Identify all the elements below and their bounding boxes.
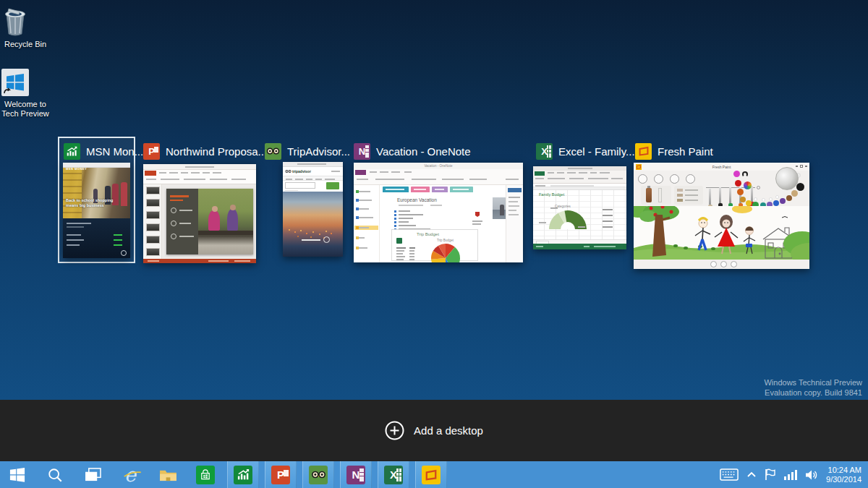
welcome-shortcut-icon (0, 67, 51, 98)
taskview-thumbnail-tripadvisor[interactable]: tripadvisor (283, 162, 343, 257)
watermark-line1: Windows Technical Preview (764, 377, 862, 388)
xl-grid: Family Budget Categories (533, 190, 626, 239)
internet-explorer-button[interactable]: e (114, 461, 146, 488)
taskbar-powerpoint-button[interactable]: P (265, 461, 297, 488)
taskbar-onenote-button[interactable]: N (340, 461, 372, 488)
taskview-thumbnail-excel[interactable]: Family Budget Categories (533, 166, 626, 249)
fp-canvas (634, 206, 809, 260)
tile-title-text: Fresh Paint (658, 145, 713, 158)
fp-paint-dab (733, 171, 740, 177)
watermark-line2: Evaluation copy. Build 9841 (764, 388, 862, 398)
on-pie-chart (430, 242, 461, 262)
add-desktop-label: Add a desktop (414, 424, 483, 437)
action-center-flag-icon[interactable] (765, 468, 776, 481)
network-signal-icon[interactable] (784, 469, 797, 480)
search-button[interactable] (39, 461, 71, 488)
tile-title-text: TripAdvisor... (287, 145, 350, 158)
ppt-status-bar (143, 259, 256, 263)
fp-tool-button (686, 174, 695, 184)
taskview-tile-title-msn-money[interactable]: MSN Mon... (64, 142, 143, 160)
desktop-icon-label: Welcome to Tech Preview (1, 100, 48, 118)
tile-title-text: MSN Mon... (86, 145, 143, 158)
fresh-paint-app-icon (635, 143, 652, 160)
taskbar-tripadvisor-button[interactable] (302, 461, 334, 488)
task-view-button[interactable] (77, 461, 109, 488)
ta-photo (283, 192, 343, 257)
excel-app-icon: X (536, 143, 553, 160)
tile-title-text: Northwind Proposa... (166, 145, 267, 158)
onenote-app-icon: N (354, 143, 370, 160)
ta-brand-text: tripadvisor (292, 169, 311, 174)
on-page-tabs (383, 187, 473, 192)
taskview-thumbnail-msn-money[interactable]: MSN MONEY Back to school shopping means … (63, 163, 130, 258)
msn-brand-text: MSN MONEY (66, 167, 87, 171)
on-right-panel (506, 185, 523, 262)
fp-paint-list-panel (674, 186, 703, 205)
show-hidden-icons-chevron[interactable] (746, 471, 757, 478)
fp-paint-squiggle (742, 171, 748, 177)
taskview-thumbnail-powerpoint[interactable] (143, 164, 256, 263)
on-budget-title: Trip Budget (417, 232, 439, 236)
plus-circle-icon (385, 421, 404, 440)
fp-tool-button (654, 174, 663, 184)
ppt-slide-area (162, 184, 256, 259)
fp-paint-bucket (775, 167, 799, 190)
tripadvisor-app-icon (265, 143, 281, 160)
add-desktop-button[interactable]: Add a desktop (385, 421, 483, 440)
onenote-icon: N (346, 466, 365, 484)
msn-headline-text: Back to school shopping means big busine… (66, 198, 124, 207)
xl-sheet-heading: Family Budget (539, 192, 564, 197)
fp-back-button (638, 174, 647, 184)
msn-money-icon (234, 466, 252, 484)
fresh-paint-icon (422, 466, 441, 484)
taskview-tile-title-powerpoint[interactable]: P Northwind Proposa... (143, 142, 267, 160)
on-ribbon (354, 169, 523, 185)
taskview-tile-title-onenote[interactable]: N Vacation - OneNote (354, 142, 471, 160)
volume-icon[interactable] (805, 469, 818, 481)
fp-tool-button (670, 174, 679, 184)
file-explorer-icon (159, 468, 177, 482)
taskview-tile-title-fresh-paint[interactable]: Fresh Paint (635, 142, 713, 160)
store-button[interactable] (190, 461, 221, 488)
fp-bottom-bar (634, 260, 809, 269)
taskview-tile-title-tripadvisor[interactable]: TripAdvisor... (265, 142, 350, 160)
tile-title-text: Vacation - OneNote (376, 145, 471, 158)
ta-nav-row (283, 176, 343, 181)
taskbar: e (0, 461, 868, 488)
task-view-icon (85, 468, 101, 482)
tile-title-text: Excel - Family... (558, 145, 635, 158)
start-button[interactable] (1, 461, 33, 488)
ppt-slide-panel (143, 184, 162, 259)
taskbar-clock[interactable]: 10:24 AM 9/30/2014 (826, 466, 861, 484)
msn-lower-panel (63, 218, 130, 258)
ta-titlebar (283, 162, 343, 167)
clock-date: 9/30/2014 (826, 475, 861, 484)
powerpoint-icon: P (271, 466, 290, 484)
taskbar-excel-button[interactable]: X (378, 461, 409, 488)
taskview-thumbnail-onenote[interactable]: Vacation - OneNote (354, 163, 523, 262)
msn-money-app-icon (64, 143, 80, 160)
taskview-thumbnail-fresh-paint[interactable]: Fresh Paint (634, 163, 809, 269)
on-titlebar: Vacation - OneNote (354, 163, 523, 169)
tripadvisor-icon (309, 466, 328, 484)
internet-explorer-icon: e (124, 466, 136, 484)
taskview-tile-title-excel[interactable]: X Excel - Family... (536, 142, 635, 160)
desktop-icon-welcome[interactable]: Welcome to Tech Preview (0, 67, 51, 119)
system-tray: 10:24 AM 9/30/2014 (720, 461, 868, 488)
desktop-wallpaper[interactable]: Recycle Bin Welcome to Tech Preview Wind… (0, 0, 868, 400)
on-budget-box: Trip Budget Trip Budget (391, 229, 478, 261)
xl-ribbon (533, 171, 626, 184)
taskbar-fresh-paint-button[interactable] (415, 461, 447, 488)
touch-keyboard-icon[interactable] (720, 468, 739, 481)
store-icon (196, 466, 215, 484)
excel-icon: X (384, 466, 403, 484)
taskbar-msn-money-button[interactable] (227, 461, 259, 488)
ppt-ribbon (143, 170, 256, 184)
ta-search-row (283, 181, 343, 192)
build-watermark: Windows Technical Preview Evaluation cop… (764, 377, 862, 398)
on-page: European Vacation (380, 193, 506, 262)
file-explorer-button[interactable] (152, 461, 184, 488)
desktop-icon-recycle-bin[interactable]: Recycle Bin (0, 6, 51, 49)
taskview-bottom-bar: Add a desktop (0, 400, 868, 461)
xl-status-bar (533, 244, 626, 249)
